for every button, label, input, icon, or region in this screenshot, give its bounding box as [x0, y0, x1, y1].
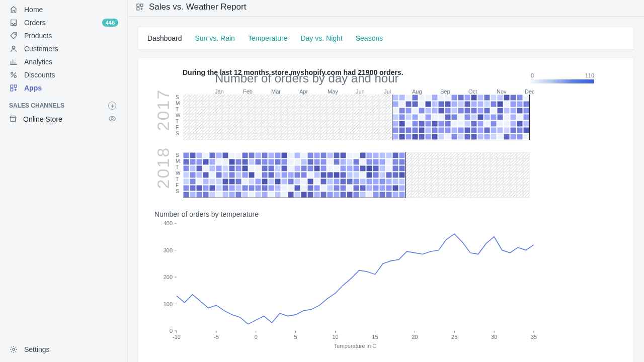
svg-rect-208	[360, 134, 366, 140]
svg-rect-66	[229, 121, 235, 127]
svg-rect-166	[320, 134, 327, 140]
svg-rect-740	[510, 178, 516, 185]
svg-rect-422	[216, 159, 222, 165]
svg-rect-623	[399, 192, 405, 198]
svg-rect-58	[222, 114, 228, 120]
svg-rect-177	[334, 114, 340, 120]
tab-day-vs-night[interactable]: Day vs. Night	[300, 34, 342, 42]
svg-rect-270	[419, 127, 425, 133]
svg-rect-456	[249, 152, 255, 158]
svg-rect-174	[334, 95, 340, 101]
svg-rect-750	[523, 152, 529, 158]
sidebar-item-apps[interactable]: Apps	[0, 81, 127, 95]
svg-rect-583	[366, 159, 372, 165]
svg-rect-79	[242, 114, 248, 120]
heatmap: Number of orders by day and hour 0 110 J…	[154, 71, 617, 198]
svg-rect-56	[222, 101, 228, 107]
svg-rect-145	[301, 134, 307, 140]
svg-rect-189	[347, 101, 353, 107]
svg-rect-629	[406, 185, 412, 191]
svg-rect-235	[386, 127, 392, 133]
channels-heading-label: SALES CHANNELS	[9, 102, 64, 109]
view-store-icon[interactable]	[108, 115, 116, 124]
svg-rect-650	[425, 185, 431, 191]
svg-rect-633	[412, 165, 418, 171]
svg-rect-218	[373, 108, 379, 114]
svg-rect-219	[373, 114, 379, 120]
svg-rect-678	[451, 185, 457, 191]
svg-rect-701	[477, 152, 484, 158]
svg-rect-349	[497, 95, 503, 101]
svg-rect-16	[183, 114, 189, 120]
svg-rect-481	[268, 178, 274, 185]
svg-rect-426	[216, 185, 222, 191]
svg-rect-636	[412, 185, 418, 191]
svg-rect-29	[196, 108, 202, 114]
svg-rect-414	[209, 152, 215, 158]
year-label: 2017	[153, 114, 173, 131]
svg-text:0: 0	[255, 334, 258, 340]
tab-dashboard[interactable]: Dashboard	[147, 34, 182, 42]
svg-rect-243	[392, 134, 398, 140]
tab-seasons[interactable]: Seasons	[356, 34, 383, 42]
svg-rect-382	[523, 127, 529, 133]
svg-rect-555	[340, 159, 346, 165]
svg-rect-263	[412, 127, 418, 133]
svg-rect-333	[477, 127, 484, 133]
tab-sun-vs-rain[interactable]: Sun vs. Rain	[195, 34, 235, 42]
svg-rect-21	[190, 101, 196, 107]
svg-rect-692	[464, 185, 470, 191]
svg-rect-230	[386, 95, 392, 101]
svg-rect-579	[360, 178, 366, 185]
svg-rect-470	[262, 152, 268, 158]
sidebar-item-analytics[interactable]: Analytics	[0, 55, 127, 68]
svg-rect-284	[432, 127, 438, 133]
svg-rect-217	[373, 101, 379, 107]
svg-rect-723	[497, 159, 503, 165]
svg-rect-343	[491, 101, 497, 107]
svg-rect-400	[196, 152, 202, 158]
svg-rect-336	[484, 101, 490, 107]
svg-rect-584	[366, 165, 372, 171]
sidebar-item-customers[interactable]: Customers	[0, 42, 127, 55]
svg-rect-240	[392, 114, 398, 120]
svg-rect-572	[353, 178, 359, 185]
svg-rect-246	[399, 108, 405, 114]
svg-rect-467	[255, 178, 261, 185]
tabs-card: Dashboard Sun vs. Rain Temperature Day v…	[138, 27, 634, 50]
svg-rect-746	[517, 172, 523, 178]
svg-rect-105	[268, 101, 274, 107]
sidebar-item-discounts[interactable]: Discounts	[0, 68, 127, 81]
svg-rect-318	[464, 121, 470, 127]
svg-rect-114	[275, 114, 281, 120]
svg-rect-694	[471, 152, 477, 158]
svg-rect-149	[307, 114, 313, 120]
svg-rect-154	[314, 101, 320, 107]
svg-rect-364	[510, 101, 516, 107]
svg-rect-146	[307, 95, 313, 101]
svg-rect-183	[340, 108, 346, 114]
svg-rect-48	[216, 95, 222, 101]
sidebar-item-label: Settings	[24, 345, 50, 353]
svg-rect-97	[262, 95, 268, 101]
svg-rect-119	[281, 101, 287, 107]
add-channel-icon[interactable]: ＋	[108, 102, 116, 110]
sidebar-item-home[interactable]: Home	[0, 3, 127, 16]
svg-rect-468	[255, 185, 261, 191]
sidebar-item-settings[interactable]: Settings	[0, 343, 127, 356]
svg-rect-581	[360, 192, 366, 198]
svg-rect-357	[504, 101, 510, 107]
svg-rect-541	[327, 159, 333, 165]
svg-rect-94	[255, 121, 261, 127]
svg-rect-13	[183, 95, 189, 101]
svg-rect-31	[196, 121, 202, 127]
sidebar-item-orders[interactable]: Orders 446	[0, 16, 127, 29]
sidebar-item-label: Home	[24, 6, 43, 14]
sidebar-item-products[interactable]: Products	[0, 29, 127, 42]
svg-rect-288	[438, 108, 444, 114]
svg-rect-406	[196, 192, 202, 198]
svg-rect-198	[353, 114, 359, 120]
tab-temperature[interactable]: Temperature	[248, 34, 288, 42]
channel-online-store[interactable]: Online Store	[0, 113, 127, 126]
svg-rect-206	[360, 121, 366, 127]
